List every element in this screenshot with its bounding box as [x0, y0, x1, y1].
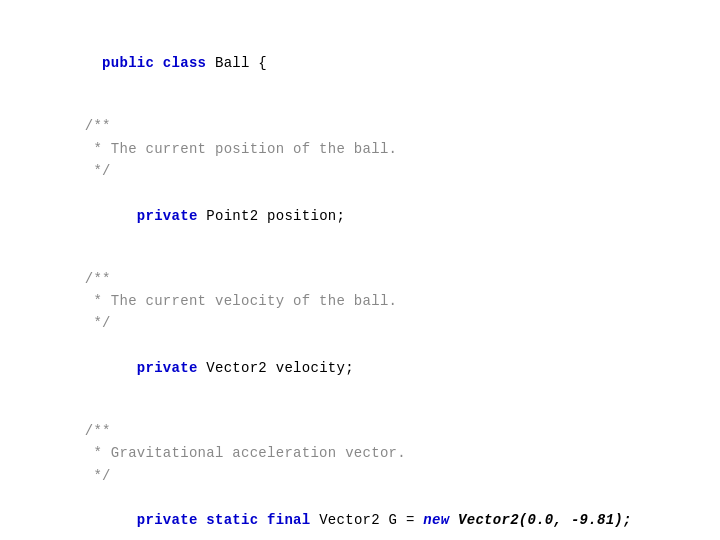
keyword-static: static [198, 512, 259, 528]
comment2-body: * The current velocity of the ball. [50, 290, 670, 312]
keyword-new: new [423, 512, 449, 528]
spacer-2 [50, 250, 670, 268]
keyword-final: final [258, 512, 310, 528]
keyword-class: class [154, 55, 206, 71]
keyword-private-1: private [102, 208, 198, 224]
type-vector2-g: Vector2 G = [310, 512, 423, 528]
keyword-public: public [102, 55, 154, 71]
slide-container: public class Ball { /** * The current po… [0, 0, 720, 540]
class-ball: Ball { [206, 55, 267, 71]
comment2-end: */ [50, 312, 670, 334]
comment2-start: /** [50, 268, 670, 290]
comment1-body: * The current position of the ball. [50, 138, 670, 160]
value-vector2: Vector2(0.0, -9.81); [449, 512, 631, 528]
spacer-3 [50, 402, 670, 420]
comment1-start: /** [50, 115, 670, 137]
code-area: public class Ball { /** * The current po… [0, 0, 720, 540]
keyword-private-2: private [102, 360, 198, 376]
keyword-private-3: private [102, 512, 198, 528]
code-line-gravity: private static final Vector2 G = new Vec… [50, 487, 670, 540]
comment3-end: */ [50, 465, 670, 487]
type-vector2-vel: Vector2 velocity; [198, 360, 354, 376]
spacer-1 [50, 97, 670, 115]
code-line-class: public class Ball { [50, 30, 670, 97]
comment3-start: /** [50, 420, 670, 442]
comment1-end: */ [50, 160, 670, 182]
code-line-velocity: private Vector2 velocity; [50, 335, 670, 402]
code-line-position: private Point2 position; [50, 182, 670, 249]
type-point2: Point2 position; [198, 208, 346, 224]
comment3-body: * Gravitational acceleration vector. [50, 442, 670, 464]
